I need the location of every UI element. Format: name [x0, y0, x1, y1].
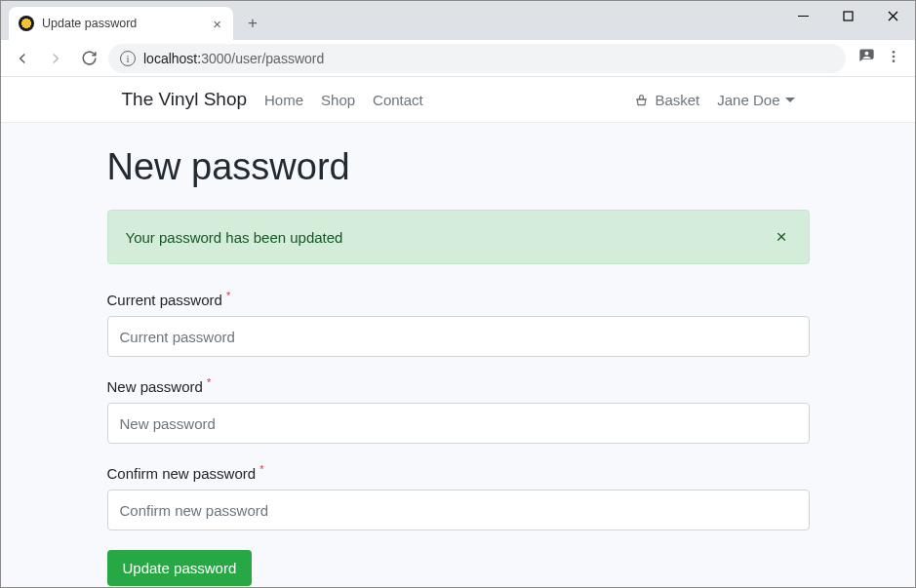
url-text: localhost:3000/user/password — [143, 51, 324, 66]
main-content: New password Your password has been upda… — [107, 123, 810, 587]
nav-shop[interactable]: Shop — [321, 92, 355, 108]
update-password-button[interactable]: Update password — [107, 550, 253, 586]
svg-point-6 — [893, 59, 896, 62]
input-confirm-password[interactable] — [107, 490, 810, 530]
svg-marker-8 — [785, 98, 795, 102]
window-controls — [780, 1, 915, 30]
close-window-button[interactable] — [870, 1, 915, 30]
label-new-password: New password * — [107, 376, 810, 395]
nav-home[interactable]: Home — [264, 92, 303, 108]
titlebar: Update password × + — [1, 1, 915, 40]
input-current-password[interactable] — [107, 316, 810, 357]
basket-icon — [634, 93, 649, 107]
viewport[interactable]: The Vinyl Shop Home Shop Contact Basket … — [1, 77, 915, 587]
browser-window: Update password × + i localhost — [0, 0, 916, 588]
svg-point-5 — [893, 55, 896, 58]
minimize-button[interactable] — [780, 1, 825, 30]
success-alert: Your password has been updated × — [107, 210, 810, 264]
chevron-down-icon — [785, 95, 795, 104]
page-title: New password — [107, 146, 810, 188]
menu-icon[interactable] — [886, 49, 901, 68]
alert-text: Your password has been updated — [126, 229, 773, 246]
alert-close-button[interactable]: × — [772, 226, 790, 248]
input-new-password[interactable] — [107, 403, 810, 444]
site-navbar: The Vinyl Shop Home Shop Contact Basket … — [1, 77, 915, 123]
field-confirm-password: Confirm new password * — [107, 463, 810, 530]
browser-tab[interactable]: Update password × — [9, 7, 233, 40]
user-name: Jane Doe — [717, 92, 779, 108]
svg-point-4 — [893, 51, 896, 54]
label-current-password: Current password * — [107, 290, 810, 308]
label-confirm-password: Confirm new password * — [107, 463, 810, 482]
info-icon[interactable]: i — [120, 51, 136, 66]
reload-button[interactable] — [75, 45, 102, 72]
favicon-icon — [19, 16, 34, 31]
user-menu[interactable]: Jane Doe — [717, 92, 794, 108]
close-tab-icon[interactable]: × — [211, 16, 223, 32]
new-tab-button[interactable]: + — [239, 10, 266, 37]
account-icon[interactable] — [857, 47, 876, 69]
address-bar[interactable]: i localhost:3000/user/password — [108, 44, 846, 73]
svg-rect-1 — [844, 12, 853, 20]
basket-link[interactable]: Basket — [634, 92, 699, 108]
brand[interactable]: The Vinyl Shop — [122, 89, 248, 110]
basket-label: Basket — [655, 92, 699, 108]
maximize-button[interactable] — [825, 1, 870, 30]
back-button[interactable] — [9, 45, 36, 72]
forward-button[interactable] — [42, 45, 69, 72]
tab-title: Update password — [42, 17, 203, 30]
nav-contact[interactable]: Contact — [373, 92, 423, 108]
field-new-password: New password * — [107, 376, 810, 444]
browser-toolbar: i localhost:3000/user/password — [1, 40, 915, 77]
field-current-password: Current password * — [107, 290, 810, 357]
